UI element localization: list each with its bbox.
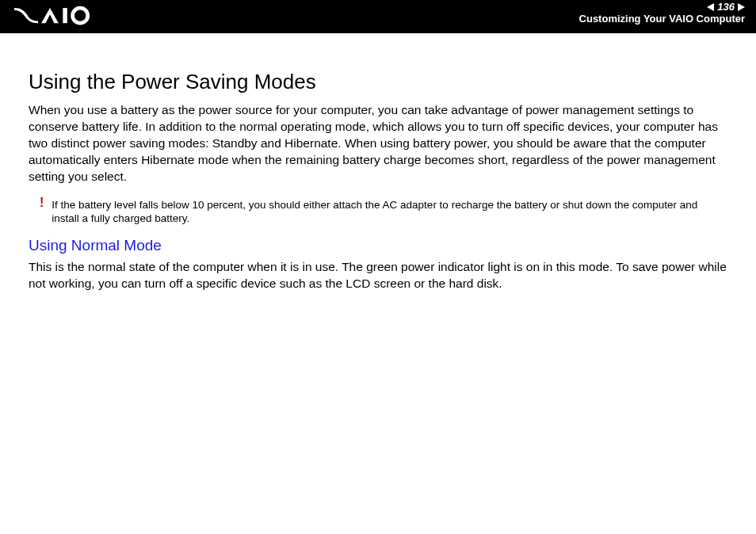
warning-icon: ! bbox=[40, 196, 44, 209]
svg-point-1 bbox=[73, 8, 88, 23]
section-title: Customizing Your VAIO Computer bbox=[579, 13, 745, 25]
header-nav: 136 Customizing Your VAIO Computer bbox=[579, 2, 745, 25]
page-header: 136 Customizing Your VAIO Computer bbox=[0, 0, 756, 33]
page-content: Using the Power Saving Modes When you us… bbox=[0, 33, 756, 292]
vaio-logo bbox=[14, 5, 133, 29]
next-page-icon[interactable] bbox=[738, 3, 745, 11]
page-title: Using the Power Saving Modes bbox=[29, 70, 727, 94]
subheading: Using Normal Mode bbox=[29, 237, 727, 254]
intro-paragraph: When you use a battery as the power sour… bbox=[29, 102, 727, 185]
sub-paragraph: This is the normal state of the computer… bbox=[29, 259, 727, 292]
page-number: 136 bbox=[717, 2, 735, 13]
prev-page-icon[interactable] bbox=[707, 3, 714, 11]
warning-block: ! If the battery level falls below 10 pe… bbox=[51, 198, 727, 226]
warning-text: If the battery level falls below 10 perc… bbox=[52, 198, 727, 226]
svg-rect-0 bbox=[63, 8, 67, 23]
